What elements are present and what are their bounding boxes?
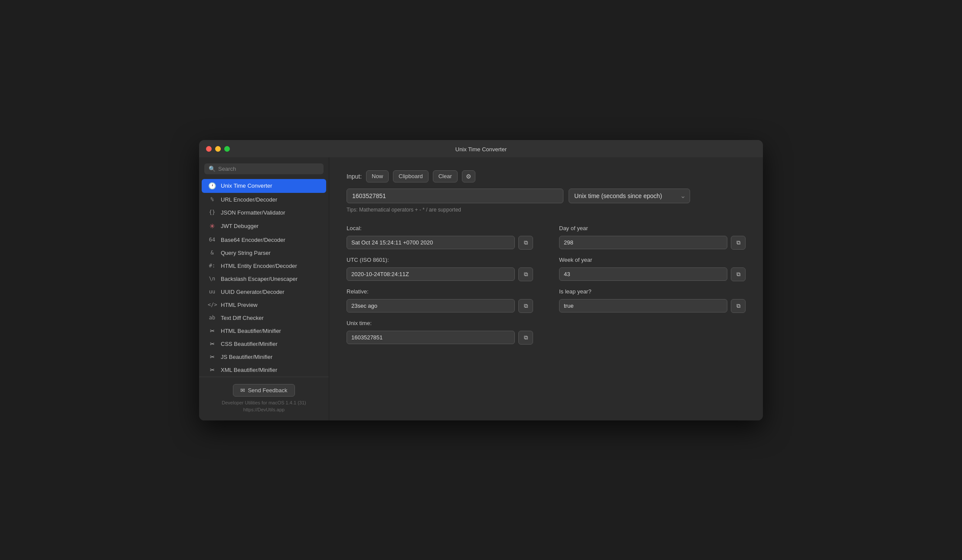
footer-info: Developer Utilities for macOS 1.4.1 (31)…: [222, 399, 306, 413]
right-results: Day of year ⧉ Week of year ⧉: [559, 225, 746, 345]
local-group: Local: ⧉: [347, 225, 533, 250]
sidebar-item-label-html-beautifier: HTML Beautifier/Minifier: [221, 328, 281, 334]
minimize-dot[interactable]: [215, 146, 221, 152]
local-label: Local:: [347, 225, 533, 231]
sidebar-item-html-beautifier[interactable]: ✂HTML Beautifier/Minifier: [202, 325, 326, 337]
sidebar-item-uuid[interactable]: uuUUID Generator/Decoder: [202, 286, 326, 298]
unix-group: Unix time: ⧉: [347, 320, 533, 345]
sidebar-item-js-beautifier[interactable]: ✂JS Beautifier/Minifier: [202, 351, 326, 363]
unix-label: Unix time:: [347, 320, 533, 326]
leap-year-label: Is leap year?: [559, 288, 746, 295]
utc-copy-button[interactable]: ⧉: [518, 267, 533, 281]
feedback-icon: ✉: [240, 387, 245, 394]
sidebar-item-icon-xml-beautifier: ✂: [208, 367, 216, 373]
sidebar-item-icon-js-beautifier: ✂: [208, 354, 216, 360]
relative-group: Relative: ⧉: [347, 288, 533, 313]
sidebar-item-label-html-preview: HTML Preview: [221, 302, 258, 308]
maximize-dot[interactable]: [224, 146, 230, 152]
sidebar-item-label-url-encoder: URL Encoder/Decoder: [221, 196, 277, 203]
content-area: Input: Now Clipboard Clear ⚙ Unix time (…: [329, 157, 763, 420]
app-info-line1: Developer Utilities for macOS 1.4.1 (31): [222, 399, 306, 407]
sidebar-item-icon-uuid: uu: [208, 289, 216, 295]
unix-value: [347, 331, 515, 344]
sidebar-item-label-css-beautifier: CSS Beautifier/Minifier: [221, 341, 278, 347]
close-dot[interactable]: [206, 146, 212, 152]
day-of-year-copy-button[interactable]: ⧉: [731, 236, 746, 250]
sidebar-item-query-string[interactable]: &Query String Parser: [202, 247, 326, 259]
sidebar-item-backslash[interactable]: \nBackslash Escaper/Unescaper: [202, 273, 326, 285]
sidebar-item-json-formatter[interactable]: {}JSON Formatter/Validator: [202, 206, 326, 219]
sidebar-item-icon-unix-time-converter: 🕐: [208, 182, 216, 190]
local-copy-button[interactable]: ⧉: [518, 236, 533, 250]
sidebar-item-icon-text-diff: ab: [208, 315, 216, 321]
unix-copy-button[interactable]: ⧉: [518, 331, 533, 345]
sidebar-item-url-encoder[interactable]: %URL Encoder/Decoder: [202, 193, 326, 206]
left-results: Local: ⧉ UTC (ISO 8601): ⧉: [347, 225, 533, 345]
week-of-year-group: Week of year ⧉: [559, 257, 746, 281]
tips-text: Tips: Mathematical operators + - * / are…: [347, 207, 746, 213]
results-grid: Local: ⧉ UTC (ISO 8601): ⧉: [347, 225, 746, 345]
utc-label: UTC (ISO 8601):: [347, 257, 533, 263]
input-controls-row: Input: Now Clipboard Clear ⚙: [347, 170, 746, 182]
sidebar-item-unix-time-converter[interactable]: 🕐Unix Time Converter: [202, 179, 326, 193]
sidebar-item-label-backslash: Backslash Escaper/Unescaper: [221, 276, 298, 282]
day-of-year-input-row: ⧉: [559, 236, 746, 250]
gear-button[interactable]: ⚙: [462, 170, 475, 182]
type-select[interactable]: Unix time (seconds since epoch)Unix time…: [569, 189, 690, 203]
relative-copy-button[interactable]: ⧉: [518, 299, 533, 313]
sidebar-item-icon-url-encoder: %: [208, 196, 216, 202]
window-controls: [206, 146, 230, 152]
sidebar-item-icon-css-beautifier: ✂: [208, 341, 216, 347]
week-of-year-copy-button[interactable]: ⧉: [731, 267, 746, 281]
type-select-wrapper: Unix time (seconds since epoch)Unix time…: [569, 189, 690, 203]
sidebar-item-icon-base64: 64: [208, 237, 216, 243]
local-input-row: ⧉: [347, 236, 533, 250]
leap-year-copy-button[interactable]: ⧉: [731, 299, 746, 313]
sidebar-item-label-xml-beautifier: XML Beautifier/Minifier: [221, 367, 277, 373]
utc-value: [347, 267, 515, 281]
leap-year-value: [559, 299, 727, 313]
sidebar-item-xml-beautifier[interactable]: ✂XML Beautifier/Minifier: [202, 364, 326, 376]
clear-button[interactable]: Clear: [433, 170, 458, 182]
sidebar: 🔍 🕐Unix Time Converter%URL Encoder/Decod…: [199, 157, 329, 420]
sidebar-item-icon-json-formatter: {}: [208, 209, 216, 215]
sidebar-item-css-beautifier[interactable]: ✂CSS Beautifier/Minifier: [202, 338, 326, 350]
sidebar-item-label-html-entity: HTML Entity Encoder/Decoder: [221, 263, 297, 269]
week-of-year-input-row: ⧉: [559, 267, 746, 281]
send-feedback-button[interactable]: ✉ Send Feedback: [233, 384, 294, 397]
search-input[interactable]: [218, 166, 319, 172]
relative-value: [347, 299, 515, 313]
week-of-year-value: [559, 267, 727, 281]
now-button[interactable]: Now: [366, 170, 389, 182]
leap-year-input-row: ⧉: [559, 299, 746, 313]
day-of-year-label: Day of year: [559, 225, 746, 231]
input-label: Input:: [347, 173, 362, 180]
sidebar-item-label-query-string: Query String Parser: [221, 250, 271, 256]
leap-year-group: Is leap year? ⧉: [559, 288, 746, 313]
unix-input[interactable]: [347, 189, 563, 203]
sidebar-item-icon-html-preview: </>: [208, 302, 216, 308]
sidebar-item-label-jwt-debugger: JWT Debugger: [221, 223, 258, 229]
sidebar-footer: ✉ Send Feedback Developer Utilities for …: [199, 377, 329, 420]
sidebar-item-icon-html-entity: #:: [208, 263, 216, 269]
sidebar-item-label-js-beautifier: JS Beautifier/Minifier: [221, 354, 272, 360]
local-value: [347, 236, 515, 249]
sidebar-item-base64[interactable]: 64Base64 Encoder/Decoder: [202, 234, 326, 246]
input-section: Input: Now Clipboard Clear ⚙ Unix time (…: [347, 170, 746, 213]
day-of-year-value: [559, 236, 727, 249]
sidebar-item-html-entity[interactable]: #:HTML Entity Encoder/Decoder: [202, 260, 326, 272]
title-bar: Unix Time Converter: [199, 140, 763, 157]
sidebar-item-text-diff[interactable]: abText Diff Checker: [202, 312, 326, 324]
search-wrapper: 🔍: [204, 163, 324, 174]
clipboard-button[interactable]: Clipboard: [393, 170, 429, 182]
sidebar-item-icon-query-string: &: [208, 250, 216, 256]
sidebar-item-label-json-formatter: JSON Formatter/Validator: [221, 209, 285, 216]
sidebar-item-icon-jwt-debugger: ✳: [208, 222, 216, 230]
day-of-year-group: Day of year ⧉: [559, 225, 746, 250]
sidebar-item-jwt-debugger[interactable]: ✳JWT Debugger: [202, 219, 326, 233]
sidebar-item-html-preview[interactable]: </>HTML Preview: [202, 299, 326, 311]
sidebar-item-label-unix-time-converter: Unix Time Converter: [221, 182, 272, 189]
input-field-row: Unix time (seconds since epoch)Unix time…: [347, 189, 746, 203]
feedback-label: Send Feedback: [248, 387, 287, 394]
utc-input-row: ⧉: [347, 267, 533, 281]
